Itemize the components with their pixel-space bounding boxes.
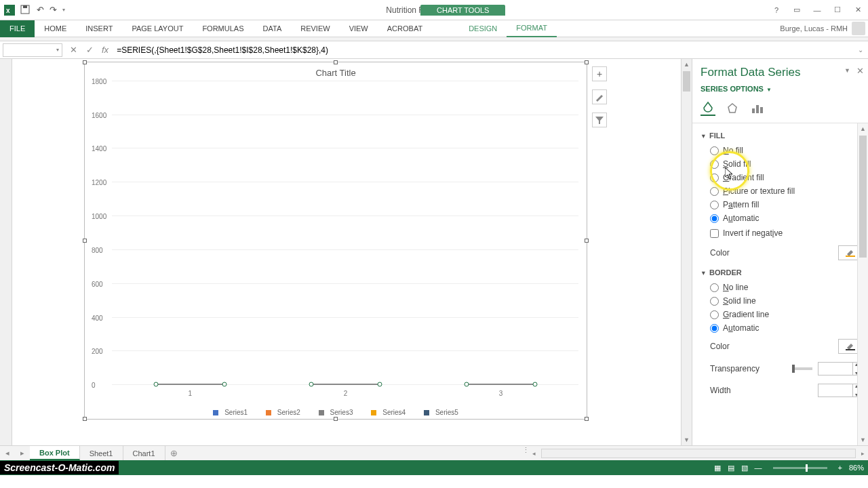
zoom-out-icon[interactable]: — [755,464,762,472]
user-name[interactable]: Burge, Lucas - RMH [780,24,848,33]
tab-data[interactable]: DATA [254,20,292,37]
transparency-slider[interactable] [792,367,812,370]
legend[interactable]: Series1 Series2 Series3 Series4 Series5 [85,409,587,416]
vertical-scrollbar[interactable]: ▲ ▼ [681,59,692,445]
transparency-spinner[interactable] [818,362,863,375]
radio-automatic-fill[interactable]: Automatic [702,211,863,225]
zoom-in-icon[interactable]: + [838,464,842,472]
pane-scrollbar[interactable]: ▲▼ [857,123,868,445]
sheet-nav-next-icon[interactable]: ▸ [15,446,30,460]
sheet-tab-box-plot[interactable]: Box Plot [30,446,80,460]
svg-point-8 [465,382,469,386]
chart-styles-button[interactable] [592,89,607,104]
view-page-layout-icon[interactable]: ▤ [728,464,734,472]
fill-line-tab-icon[interactable] [701,101,715,116]
radio-no-fill[interactable]: No fill [702,144,863,157]
radio-gradient-line[interactable]: Gradient line [702,308,863,321]
effects-tab-icon[interactable] [725,101,740,116]
maximize-icon[interactable]: ☐ [827,3,848,18]
chart-filter-button[interactable] [592,113,607,127]
transparency-label: Transparency [710,364,760,373]
chart-object[interactable]: Chart Title 0 200 400 600 800 1000 1200 … [84,62,587,420]
xtick: 1 [158,390,222,397]
radio-pattern-fill[interactable]: Pattern fill [702,198,863,211]
qat-dropdown-icon[interactable]: ▾ [62,7,65,13]
ribbon-display-icon[interactable]: ▭ [787,3,807,18]
tab-view[interactable]: VIEW [340,20,378,37]
width-spinner[interactable] [818,384,863,397]
ytick: 0 [92,382,96,389]
seg-series4[interactable] [158,384,222,385]
svg-point-7 [378,382,382,386]
fx-icon[interactable]: fx [98,45,113,55]
sheet-nav-prev-icon[interactable]: ◂ [0,446,15,460]
ytick: 1800 [92,78,106,85]
new-sheet-button[interactable]: ⊕ [165,446,183,460]
sheet-tab-bar: ◂ ▸ Box Plot Sheet1 Chart1 ⊕ ⋮ ◂ ▸ [0,445,868,460]
tab-page-layout[interactable]: PAGE LAYOUT [122,20,193,37]
ytick: 1600 [92,111,106,119]
transparency-row: Transparency [702,358,863,380]
tab-home[interactable]: HOME [35,20,76,37]
series-options-dropdown[interactable]: SERIES OPTIONS▼ [692,82,868,98]
titlebar: x ↶ ↷ ▾ Nutrition Facts.xlsx - Excel CHA… [0,0,868,20]
save-icon[interactable] [20,5,31,16]
name-box[interactable]: ▾ [3,43,62,57]
horizontal-scrollbar[interactable] [541,449,856,458]
radio-solid-fill[interactable]: Solid fill [702,157,863,171]
check-invert-negative[interactable]: Invert if negative [702,225,863,241]
radio-automatic-line[interactable]: Automatic [702,321,863,335]
tab-design[interactable]: DESIGN [459,20,507,37]
legend-item: Series4 [382,409,406,416]
width-label: Width [710,386,731,395]
formula-input[interactable]: =SERIES(,{Sheet1!$G$28,Sheet1!$I$28,Shee… [113,45,853,55]
radio-picture-fill[interactable]: Picture or texture fill [702,184,863,198]
help-icon[interactable]: ? [766,3,787,18]
tab-format[interactable]: FORMAT [507,20,557,37]
radio-gradient-fill[interactable]: Gradient fill [702,171,863,184]
pane-options-icon[interactable]: ▼ [844,67,850,74]
sheet-tab-chart1[interactable]: Chart1 [123,446,165,460]
svg-rect-13 [760,107,763,113]
zoom-slider[interactable] [773,467,827,469]
tab-split-handle[interactable]: ⋮ [522,446,529,460]
border-section-header[interactable]: BORDER [702,264,863,281]
format-tab-icons [692,98,868,123]
minimize-icon[interactable]: — [807,3,827,18]
redo-icon[interactable]: ↷ [50,5,57,15]
close-icon[interactable]: ✕ [848,3,868,18]
cancel-formula-icon[interactable]: ✕ [65,45,81,55]
tab-acrobat[interactable]: ACROBAT [378,20,432,37]
fill-section-header[interactable]: FILL [702,127,863,144]
svg-marker-10 [728,104,736,113]
view-page-break-icon[interactable]: ▧ [741,464,748,472]
svg-rect-12 [756,105,759,113]
ytick: 400 [92,314,103,321]
tab-formulas[interactable]: FORMULAS [193,20,253,37]
tab-review[interactable]: REVIEW [291,20,339,37]
hscroll-right-icon[interactable]: ▸ [857,450,868,457]
svg-point-5 [222,382,226,386]
chart-elements-button[interactable]: + [592,66,607,81]
plot-area[interactable]: 0 200 400 600 800 1000 1200 1400 1600 18… [112,81,578,385]
pane-close-icon[interactable]: ✕ [856,66,864,76]
zoom-level[interactable]: 86% [849,464,864,472]
seg-series4[interactable] [469,384,533,385]
hscroll-left-icon[interactable]: ◂ [529,450,540,457]
enter-formula-icon[interactable]: ✓ [81,45,98,55]
undo-icon[interactable]: ↶ [37,5,44,15]
sheet-tab-sheet1[interactable]: Sheet1 [80,446,123,460]
file-tab[interactable]: FILE [0,20,35,37]
series-options-tab-icon[interactable] [749,101,764,116]
svg-rect-3 [23,5,27,8]
width-row: Width [702,380,863,401]
view-normal-icon[interactable]: ▦ [714,464,721,472]
expand-formula-icon[interactable]: ⌄ [853,46,868,54]
ytick: 200 [92,348,103,355]
avatar[interactable] [852,22,865,35]
seg-series4[interactable] [313,384,378,385]
tab-insert[interactable]: INSERT [76,20,122,37]
radio-no-line[interactable]: No line [702,281,863,294]
radio-solid-line[interactable]: Solid line [702,294,863,308]
ytick: 600 [92,280,103,287]
